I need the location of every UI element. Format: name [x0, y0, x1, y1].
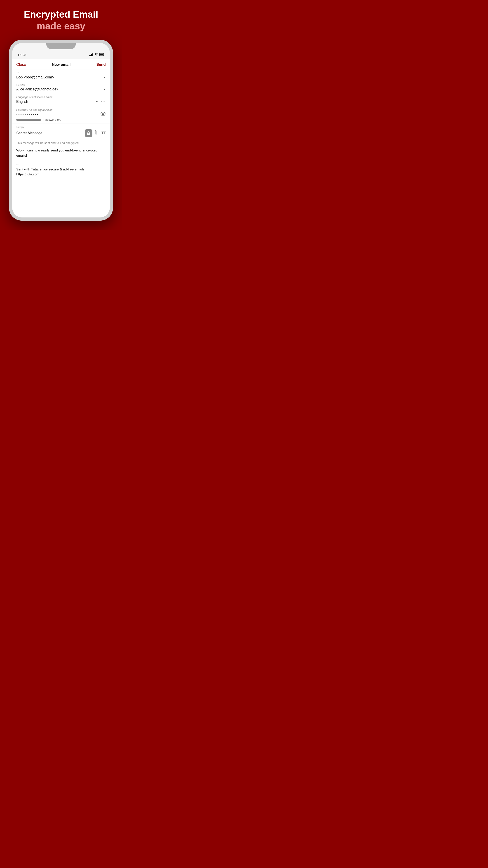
signal-bar-3	[91, 54, 92, 56]
status-time: 16:28	[18, 53, 26, 57]
language-field-actions: ▼ ···	[96, 99, 106, 104]
sender-field: Sender Alice <alice@tutanota.de> ▼	[12, 81, 110, 93]
signal-bar-4	[92, 53, 93, 56]
email-screen: Close New email Send To Bob <bob@gmail.c…	[12, 59, 110, 217]
status-icons	[89, 53, 104, 57]
subject-label: Subject	[16, 126, 106, 129]
sender-value-row: Alice <alice@tutanota.de> ▼	[16, 87, 106, 91]
signal-bar-2	[90, 55, 91, 56]
send-button[interactable]: Send	[96, 62, 106, 67]
language-label: Language of notification email	[16, 96, 106, 99]
password-value-row: ●●●●●●●●●●●	[16, 112, 106, 117]
sender-value[interactable]: Alice <alice@tutanota.de>	[16, 87, 59, 91]
email-topbar: Close New email Send	[12, 59, 110, 69]
password-label: Password for bob@gmail.com	[16, 108, 106, 112]
svg-point-6	[88, 133, 89, 134]
email-body: This message will be sent end-to-end enc…	[12, 139, 110, 179]
language-value[interactable]: English	[16, 100, 28, 104]
phone-screen: 16:28	[12, 43, 110, 217]
battery-icon	[99, 53, 104, 57]
subject-value-row: Secret Message	[16, 129, 106, 137]
to-value[interactable]: Bob <bob@gmail.com>	[16, 75, 54, 79]
encrypt-notice: This message will be sent end-to-end enc…	[16, 141, 106, 145]
status-bar: 16:28	[12, 49, 110, 59]
to-value-row: Bob <bob@gmail.com> ▼	[16, 75, 106, 79]
svg-point-4	[102, 113, 104, 115]
password-strength-bar	[16, 119, 41, 121]
subject-toolbar-icons: TT	[85, 129, 106, 137]
sender-dropdown-icon[interactable]: ▼	[103, 88, 106, 91]
notch	[46, 43, 76, 49]
signature-line2: Sent with Tuta; enjoy secure & ad-free e…	[16, 167, 106, 172]
password-ok-text: Password ok.	[43, 118, 61, 121]
password-eye-icon[interactable]	[100, 112, 106, 117]
signal-bars-icon	[89, 53, 93, 56]
signal-bar-1	[89, 55, 90, 56]
language-field: Language of notification email English ▼…	[12, 93, 110, 106]
notch-area	[12, 43, 110, 49]
svg-point-3	[101, 112, 105, 116]
email-signature: -- Sent with Tuta; enjoy secure & ad-fre…	[16, 162, 106, 177]
hero-subtitle: made easy	[37, 21, 86, 32]
text-format-icon[interactable]: TT	[101, 131, 106, 135]
svg-rect-2	[104, 54, 104, 55]
email-message[interactable]: Wow, I can now easily send you end-to-en…	[16, 148, 106, 158]
signature-line3: https://tuta.com	[16, 172, 106, 177]
language-value-row: English ▼ ···	[16, 99, 106, 104]
sender-label: Sender	[16, 84, 106, 87]
language-dropdown-icon[interactable]: ▼	[96, 100, 98, 103]
to-label: To	[16, 72, 106, 75]
encrypt-toggle-button[interactable]	[85, 129, 92, 137]
attach-file-icon[interactable]	[93, 129, 101, 137]
close-button[interactable]: Close	[16, 62, 26, 67]
to-field: To Bob <bob@gmail.com> ▼	[12, 69, 110, 81]
subject-value[interactable]: Secret Message	[16, 131, 85, 135]
hero-title: Encrypted Email	[24, 9, 98, 20]
email-topbar-title: New email	[52, 62, 70, 67]
phone-mockup: 16:28	[9, 40, 113, 221]
svg-rect-1	[100, 53, 103, 55]
subject-field: Subject Secret Message	[12, 123, 110, 139]
password-dots[interactable]: ●●●●●●●●●●●	[16, 113, 39, 115]
wifi-icon	[94, 53, 98, 57]
language-more-options-icon[interactable]: ···	[101, 99, 106, 104]
password-strength-row: Password ok.	[16, 118, 106, 121]
password-field: Password for bob@gmail.com ●●●●●●●●●●● P…	[12, 106, 110, 123]
signature-line1: --	[16, 162, 106, 167]
to-dropdown-icon[interactable]: ▼	[103, 76, 106, 79]
